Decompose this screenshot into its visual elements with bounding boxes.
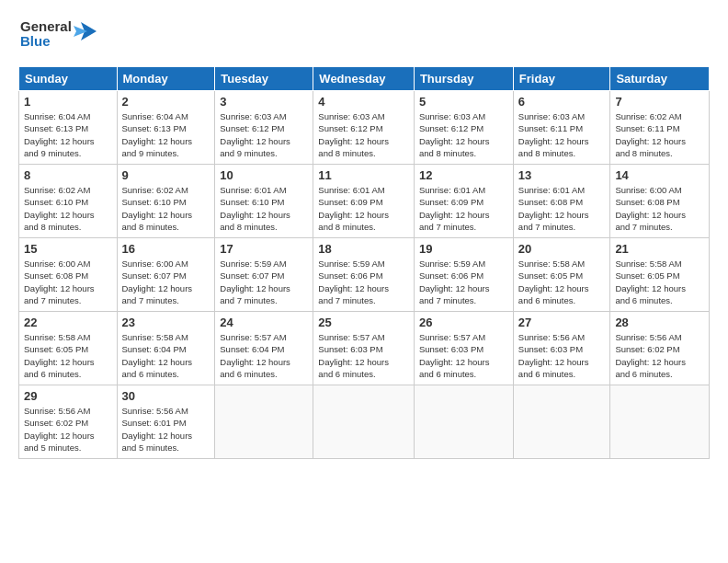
- logo-text: General Blue: [18, 15, 101, 57]
- col-header-tuesday: Tuesday: [215, 67, 313, 91]
- day-info: Sunrise: 6:02 AM Sunset: 6:10 PM Dayligh…: [122, 184, 210, 233]
- day-number: 16: [122, 242, 210, 256]
- calendar-cell: 3Sunrise: 6:03 AM Sunset: 6:12 PM Daylig…: [215, 91, 313, 165]
- day-number: 27: [518, 316, 606, 329]
- day-number: 21: [615, 242, 704, 256]
- calendar-header-row: SundayMondayTuesdayWednesdayThursdayFrid…: [19, 67, 710, 91]
- calendar-cell: 8Sunrise: 6:02 AM Sunset: 6:10 PM Daylig…: [19, 165, 118, 238]
- calendar-cell: [215, 385, 313, 459]
- calendar-cell: 6Sunrise: 6:03 AM Sunset: 6:11 PM Daylig…: [513, 91, 610, 165]
- day-info: Sunrise: 6:03 AM Sunset: 6:11 PM Dayligh…: [518, 110, 606, 159]
- day-number: 13: [518, 168, 606, 182]
- day-number: 24: [220, 316, 308, 329]
- day-info: Sunrise: 6:01 AM Sunset: 6:10 PM Dayligh…: [220, 184, 308, 233]
- day-number: 8: [24, 168, 112, 182]
- day-number: 18: [318, 242, 409, 256]
- calendar-cell: 23Sunrise: 5:58 AM Sunset: 6:04 PM Dayli…: [117, 312, 215, 385]
- day-info: Sunrise: 6:04 AM Sunset: 6:13 PM Dayligh…: [24, 110, 112, 159]
- day-number: 10: [220, 168, 308, 182]
- day-info: Sunrise: 5:56 AM Sunset: 6:02 PM Dayligh…: [615, 331, 704, 380]
- day-number: 6: [518, 95, 606, 109]
- day-info: Sunrise: 6:00 AM Sunset: 6:07 PM Dayligh…: [122, 258, 210, 306]
- calendar-week-2: 8Sunrise: 6:02 AM Sunset: 6:10 PM Daylig…: [19, 165, 710, 238]
- day-info: Sunrise: 5:57 AM Sunset: 6:04 PM Dayligh…: [220, 331, 308, 380]
- calendar-cell: 21Sunrise: 5:58 AM Sunset: 6:05 PM Dayli…: [610, 238, 710, 312]
- calendar-cell: [513, 385, 610, 459]
- day-info: Sunrise: 6:02 AM Sunset: 6:10 PM Dayligh…: [24, 184, 112, 233]
- day-number: 7: [615, 95, 704, 109]
- day-number: 19: [419, 242, 508, 256]
- logo: General Blue: [18, 15, 101, 57]
- calendar-week-1: 1Sunrise: 6:04 AM Sunset: 6:13 PM Daylig…: [19, 91, 710, 165]
- day-info: Sunrise: 5:58 AM Sunset: 6:05 PM Dayligh…: [615, 258, 704, 306]
- calendar-cell: 4Sunrise: 6:03 AM Sunset: 6:12 PM Daylig…: [313, 91, 415, 165]
- day-number: 15: [24, 242, 112, 256]
- col-header-sunday: Sunday: [19, 67, 118, 91]
- day-info: Sunrise: 5:57 AM Sunset: 6:03 PM Dayligh…: [419, 331, 508, 380]
- day-info: Sunrise: 6:00 AM Sunset: 6:08 PM Dayligh…: [24, 258, 112, 306]
- day-info: Sunrise: 5:58 AM Sunset: 6:04 PM Dayligh…: [122, 331, 210, 380]
- calendar-cell: 2Sunrise: 6:04 AM Sunset: 6:13 PM Daylig…: [117, 91, 215, 165]
- day-info: Sunrise: 5:58 AM Sunset: 6:05 PM Dayligh…: [518, 258, 606, 306]
- calendar-week-5: 29Sunrise: 5:56 AM Sunset: 6:02 PM Dayli…: [19, 385, 710, 459]
- day-info: Sunrise: 6:04 AM Sunset: 6:13 PM Dayligh…: [122, 110, 210, 159]
- calendar-cell: 14Sunrise: 6:00 AM Sunset: 6:08 PM Dayli…: [610, 165, 710, 238]
- day-number: 30: [122, 389, 210, 403]
- day-info: Sunrise: 6:01 AM Sunset: 6:09 PM Dayligh…: [318, 184, 409, 233]
- header: General Blue: [18, 15, 710, 57]
- day-number: 11: [318, 168, 409, 182]
- calendar-cell: 27Sunrise: 5:56 AM Sunset: 6:03 PM Dayli…: [513, 312, 610, 385]
- svg-text:General: General: [20, 18, 72, 34]
- day-number: 20: [518, 242, 606, 256]
- day-number: 5: [419, 95, 508, 109]
- calendar-cell: 11Sunrise: 6:01 AM Sunset: 6:09 PM Dayli…: [313, 165, 415, 238]
- day-number: 2: [122, 95, 210, 109]
- col-header-wednesday: Wednesday: [313, 67, 415, 91]
- day-number: 14: [615, 168, 704, 182]
- day-number: 1: [24, 95, 112, 109]
- calendar-cell: 20Sunrise: 5:58 AM Sunset: 6:05 PM Dayli…: [513, 238, 610, 312]
- calendar-cell: [313, 385, 415, 459]
- calendar-cell: [610, 385, 710, 459]
- calendar-week-4: 22Sunrise: 5:58 AM Sunset: 6:05 PM Dayli…: [19, 312, 710, 385]
- col-header-thursday: Thursday: [414, 67, 513, 91]
- day-number: 29: [24, 389, 112, 403]
- calendar-cell: 30Sunrise: 5:56 AM Sunset: 6:01 PM Dayli…: [117, 385, 215, 459]
- calendar-cell: 16Sunrise: 6:00 AM Sunset: 6:07 PM Dayli…: [117, 238, 215, 312]
- calendar-cell: 17Sunrise: 5:59 AM Sunset: 6:07 PM Dayli…: [215, 238, 313, 312]
- calendar-cell: 25Sunrise: 5:57 AM Sunset: 6:03 PM Dayli…: [313, 312, 415, 385]
- calendar-cell: 18Sunrise: 5:59 AM Sunset: 6:06 PM Dayli…: [313, 238, 415, 312]
- calendar-cell: 1Sunrise: 6:04 AM Sunset: 6:13 PM Daylig…: [19, 91, 118, 165]
- day-number: 25: [318, 316, 409, 329]
- day-number: 12: [419, 168, 508, 182]
- day-info: Sunrise: 6:00 AM Sunset: 6:08 PM Dayligh…: [615, 184, 704, 233]
- calendar-table: SundayMondayTuesdayWednesdayThursdayFrid…: [18, 66, 710, 459]
- day-info: Sunrise: 6:03 AM Sunset: 6:12 PM Dayligh…: [318, 110, 409, 159]
- day-info: Sunrise: 5:56 AM Sunset: 6:01 PM Dayligh…: [122, 405, 210, 454]
- col-header-monday: Monday: [117, 67, 215, 91]
- calendar-cell: 26Sunrise: 5:57 AM Sunset: 6:03 PM Dayli…: [414, 312, 513, 385]
- day-info: Sunrise: 5:57 AM Sunset: 6:03 PM Dayligh…: [318, 331, 409, 380]
- col-header-friday: Friday: [513, 67, 610, 91]
- calendar-cell: 12Sunrise: 6:01 AM Sunset: 6:09 PM Dayli…: [414, 165, 513, 238]
- day-info: Sunrise: 5:58 AM Sunset: 6:05 PM Dayligh…: [24, 331, 112, 380]
- day-info: Sunrise: 6:03 AM Sunset: 6:12 PM Dayligh…: [220, 110, 308, 159]
- day-info: Sunrise: 6:01 AM Sunset: 6:09 PM Dayligh…: [419, 184, 508, 233]
- day-number: 17: [220, 242, 308, 256]
- calendar-cell: 10Sunrise: 6:01 AM Sunset: 6:10 PM Dayli…: [215, 165, 313, 238]
- calendar-cell: 7Sunrise: 6:02 AM Sunset: 6:11 PM Daylig…: [610, 91, 710, 165]
- day-number: 23: [122, 316, 210, 329]
- day-info: Sunrise: 5:56 AM Sunset: 6:02 PM Dayligh…: [24, 405, 112, 454]
- calendar-cell: 15Sunrise: 6:00 AM Sunset: 6:08 PM Dayli…: [19, 238, 118, 312]
- calendar-cell: 19Sunrise: 5:59 AM Sunset: 6:06 PM Dayli…: [414, 238, 513, 312]
- day-number: 28: [615, 316, 704, 329]
- day-info: Sunrise: 6:01 AM Sunset: 6:08 PM Dayligh…: [518, 184, 606, 233]
- day-info: Sunrise: 5:59 AM Sunset: 6:06 PM Dayligh…: [318, 258, 409, 306]
- day-number: 4: [318, 95, 409, 109]
- day-info: Sunrise: 6:03 AM Sunset: 6:12 PM Dayligh…: [419, 110, 508, 159]
- day-info: Sunrise: 6:02 AM Sunset: 6:11 PM Dayligh…: [615, 110, 704, 159]
- calendar-cell: 29Sunrise: 5:56 AM Sunset: 6:02 PM Dayli…: [19, 385, 118, 459]
- day-info: Sunrise: 5:59 AM Sunset: 6:07 PM Dayligh…: [220, 258, 308, 306]
- calendar-cell: 5Sunrise: 6:03 AM Sunset: 6:12 PM Daylig…: [414, 91, 513, 165]
- calendar-cell: 22Sunrise: 5:58 AM Sunset: 6:05 PM Dayli…: [19, 312, 118, 385]
